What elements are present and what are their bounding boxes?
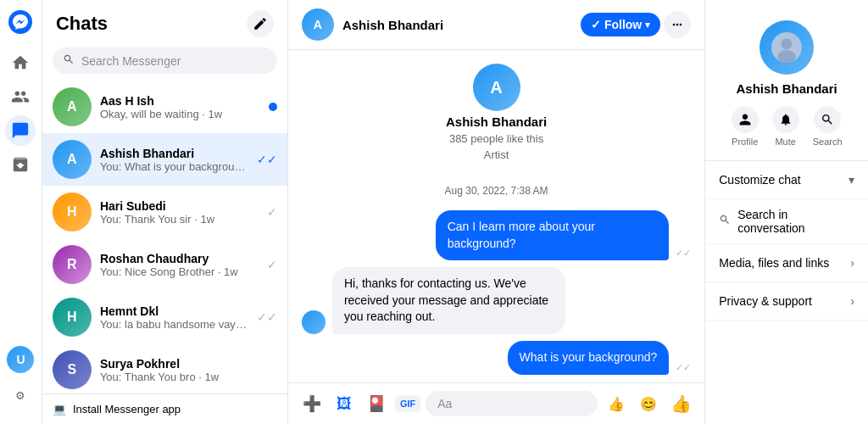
unread-indicator xyxy=(269,103,277,111)
chats-title: Chats xyxy=(56,13,108,35)
right-media-label: Media, files and links xyxy=(719,256,829,270)
profile-center-avatar: A xyxy=(473,64,520,111)
right-panel: Ashish Bhandari Profile Mute xyxy=(705,0,868,424)
message-input-bar: ➕ 🖼 🎴 GIF 👍 😊 👍 xyxy=(288,382,704,424)
profile-role: Artist xyxy=(484,148,509,161)
right-privacy-label: Privacy & support xyxy=(719,294,812,308)
right-menu-privacy[interactable]: Privacy & support › xyxy=(705,282,868,321)
message-input[interactable] xyxy=(426,391,598,416)
chat-preview-2: You: What is your background? · 1w xyxy=(100,160,248,173)
right-profile-name: Ashish Bhandari xyxy=(737,81,837,96)
nav-user-avatar[interactable]: U xyxy=(7,346,34,373)
timestamp-label: Aug 30, 2022, 7:38 AM xyxy=(302,185,691,197)
chat-info-4: Roshan Chaudhary You: Nice Song Brother … xyxy=(100,252,259,278)
chat-main: A Ashish Bhandari ✓ Follow ▾ A Ashish Bh… xyxy=(288,0,705,424)
nav-icon-settings[interactable]: ⚙ xyxy=(5,380,36,410)
right-action-mute[interactable]: Mute xyxy=(772,106,799,147)
follow-button-label: Follow xyxy=(604,18,642,31)
search-icon xyxy=(63,53,75,68)
search-input[interactable] xyxy=(81,54,267,68)
message-row-1: Can I learn more about your background? … xyxy=(302,210,691,260)
right-profile-avatar xyxy=(760,20,814,75)
chat-item-2[interactable]: A Ashish Bhandari You: What is your back… xyxy=(42,133,287,186)
sticker-button[interactable]: 🎴 xyxy=(363,390,390,417)
chat-info-6: Surya Pokhrel You: Thank You bro · 1w xyxy=(100,357,269,383)
chat-name-3: Hari Subedi xyxy=(100,199,259,213)
chat-meta-4: ✓ xyxy=(267,258,277,271)
chats-panel: Chats A Aas H Ish Okay, will be waiting … xyxy=(42,0,288,424)
profile-center-name: Ashish Bhandari xyxy=(446,114,547,129)
chat-meta-2: ✓✓ xyxy=(257,153,277,166)
read-receipt: ✓ xyxy=(267,205,277,219)
chat-preview-1: Okay, will be waiting · 1w xyxy=(100,108,260,120)
profile-info-center: A Ashish Bhandari 385 people like this A… xyxy=(302,64,691,161)
chat-avatar-6: S xyxy=(53,350,92,389)
chat-contact-name: Ashish Bhandari xyxy=(342,18,572,32)
chat-item-6[interactable]: S Surya Pokhrel You: Thank You bro · 1w xyxy=(42,343,287,393)
right-profile-section: Ashish Bhandari Profile Mute xyxy=(705,14,868,161)
message-row-2: Hi, thanks for contacting us. We've rece… xyxy=(302,267,691,334)
install-messenger-bar[interactable]: 💻 Install Messenger app xyxy=(42,393,287,424)
chat-avatar-5: H xyxy=(53,298,92,337)
chat-meta-3: ✓ xyxy=(267,205,277,219)
right-action-profile[interactable]: Profile xyxy=(732,106,759,147)
nav-icon-chats[interactable] xyxy=(5,115,36,146)
right-profile-label: Profile xyxy=(732,137,758,147)
more-options-button[interactable] xyxy=(664,11,691,38)
emoji-thumbs-up[interactable]: 👍 xyxy=(603,390,630,417)
chat-avatar-1: A xyxy=(53,87,92,126)
read-receipt: ✓✓ xyxy=(257,153,277,166)
bubble-1: Can I learn more about your background? xyxy=(436,210,670,260)
chat-info-2: Ashish Bhandari You: What is your backgr… xyxy=(100,147,248,173)
chat-list: A Aas H Ish Okay, will be waiting · 1w A… xyxy=(42,81,287,393)
right-menu-search-conv[interactable]: Search in conversation xyxy=(705,199,868,244)
nav-icon-home[interactable] xyxy=(5,47,36,78)
search-bar[interactable] xyxy=(53,47,277,74)
gif-button[interactable]: GIF xyxy=(395,395,420,412)
search-conv-label: Search in conversation xyxy=(737,208,854,235)
right-menu-media[interactable]: Media, files and links › xyxy=(705,244,868,282)
chat-item-4[interactable]: R Roshan Chaudhary You: Nice Song Brothe… xyxy=(42,238,287,291)
svg-point-3 xyxy=(777,50,796,63)
search-conv-icon xyxy=(719,214,731,229)
new-chat-button[interactable] xyxy=(247,10,274,37)
emoji-smile[interactable]: 😊 xyxy=(635,390,662,417)
right-actions: Profile Mute Search xyxy=(732,106,843,147)
msg-check-1: ✓✓ xyxy=(676,248,691,259)
messages-area: A Ashish Bhandari 385 people like this A… xyxy=(288,50,704,382)
add-button[interactable]: ➕ xyxy=(298,390,326,417)
chat-avatar-3: H xyxy=(53,192,92,232)
like-button[interactable]: 👍 xyxy=(667,390,694,417)
nav-logo[interactable] xyxy=(5,7,36,37)
customize-chevron-icon: ▾ xyxy=(849,173,854,187)
chat-name-4: Roshan Chaudhary xyxy=(100,252,259,265)
chats-header: Chats xyxy=(42,0,287,44)
chat-top-actions: ✓ Follow ▾ xyxy=(581,11,691,38)
right-search-label: Search xyxy=(813,137,843,147)
right-mute-label: Mute xyxy=(775,137,795,147)
chat-info-1: Aas H Ish Okay, will be waiting · 1w xyxy=(100,94,260,120)
chat-item-5[interactable]: H Hemnt Dkl You: la babu handsome vayeu,… xyxy=(42,291,287,343)
nav-icon-people[interactable] xyxy=(5,81,36,112)
right-customize-label: Customize chat xyxy=(719,173,800,187)
chat-meta-5: ✓✓ xyxy=(257,310,277,324)
follow-button[interactable]: ✓ Follow ▾ xyxy=(581,13,660,36)
media-chevron-icon: › xyxy=(850,256,854,270)
image-button[interactable]: 🖼 xyxy=(331,390,358,417)
right-mute-icon xyxy=(772,106,799,133)
nav-icon-archive[interactable] xyxy=(5,149,36,180)
install-label: Install Messenger app xyxy=(73,403,181,416)
chat-item-1[interactable]: A Aas H Ish Okay, will be waiting · 1w xyxy=(42,81,287,133)
chat-top-bar: A Ashish Bhandari ✓ Follow ▾ xyxy=(288,0,704,50)
msg-check-3: ✓✓ xyxy=(676,362,691,373)
privacy-chevron-icon: › xyxy=(850,294,854,308)
chat-preview-4: You: Nice Song Brother · 1w xyxy=(100,265,259,278)
right-action-search[interactable]: Search xyxy=(813,106,843,147)
profile-likes: 385 people like this xyxy=(449,132,543,145)
follow-dropdown-icon: ▾ xyxy=(645,20,650,31)
right-menu-customize[interactable]: Customize chat ▾ xyxy=(705,161,868,199)
chat-info-3: Hari Subedi You: Thank You sir · 1w xyxy=(100,199,259,226)
nav-sidebar: U ⚙ xyxy=(0,0,42,424)
chat-preview-6: You: Thank You bro · 1w xyxy=(100,371,269,383)
chat-item-3[interactable]: H Hari Subedi You: Thank You sir · 1w ✓ xyxy=(42,186,287,238)
